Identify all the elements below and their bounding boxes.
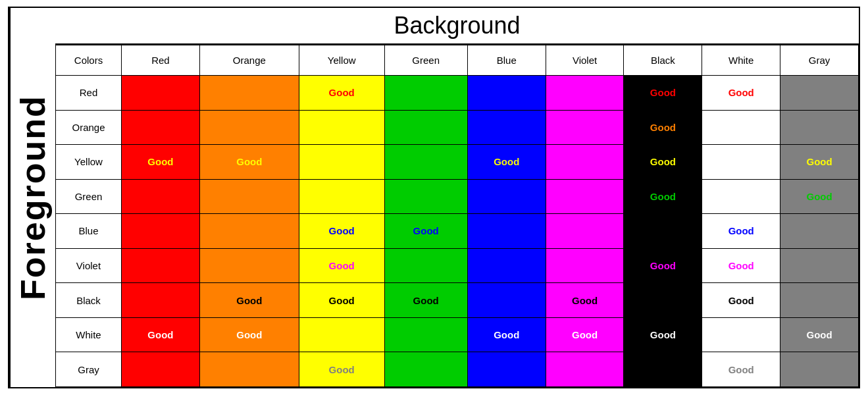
cell-black-blue [467, 283, 546, 318]
cell-yellow-yellow [299, 145, 384, 180]
table-row: BlackGoodGoodGoodGoodGood [56, 283, 859, 318]
row-label: Red [56, 76, 122, 111]
cell-violet-yellow: Good [299, 248, 384, 283]
cell-gray-yellow: Good [299, 352, 384, 387]
cell-blue-gray [780, 214, 859, 249]
cell-orange-violet [546, 110, 624, 145]
cell-violet-violet [546, 248, 624, 283]
cell-white-blue: Good [467, 317, 546, 352]
cell-orange-yellow [299, 110, 384, 145]
cell-gray-green [384, 352, 467, 387]
cell-gray-blue [467, 352, 546, 387]
cell-gray-red [122, 352, 200, 387]
cell-white-white [702, 317, 780, 352]
table-header-row: ColorsRedOrangeYellowGreenBlueVioletBlac… [56, 45, 859, 76]
cell-yellow-green [384, 145, 467, 180]
cell-gray-gray [780, 352, 859, 387]
cell-yellow-blue: Good [467, 145, 546, 180]
contrast-table: ColorsRedOrangeYellowGreenBlueVioletBlac… [55, 45, 859, 387]
column-header-white: White [702, 45, 780, 76]
row-label: Yellow [56, 145, 122, 180]
cell-orange-orange [199, 110, 299, 145]
cell-black-white: Good [702, 283, 780, 318]
cell-black-gray [780, 283, 859, 318]
cell-white-yellow [299, 317, 384, 352]
table-row: WhiteGoodGoodGoodGoodGoodGood [56, 317, 859, 352]
cell-blue-green: Good [384, 214, 467, 249]
row-label: Black [56, 283, 122, 318]
table-row: BlueGoodGoodGood [56, 214, 859, 249]
row-label: White [56, 317, 122, 352]
column-header-colors: Colors [56, 45, 122, 76]
right-section: Background ColorsRedOrangeYellowGreenBlu… [55, 8, 859, 387]
cell-yellow-orange: Good [199, 145, 299, 180]
cell-red-yellow: Good [299, 76, 384, 111]
cell-black-red [122, 283, 200, 318]
cell-red-gray [780, 76, 859, 111]
cell-yellow-gray: Good [780, 145, 859, 180]
table-row: OrangeGood [56, 110, 859, 145]
cell-white-violet: Good [546, 317, 624, 352]
cell-black-black [624, 283, 702, 318]
cell-yellow-white [702, 145, 780, 180]
background-header: Background [55, 8, 859, 45]
cell-black-green: Good [384, 283, 467, 318]
cell-violet-blue [467, 248, 546, 283]
row-label: Violet [56, 248, 122, 283]
cell-blue-violet [546, 214, 624, 249]
cell-red-blue [467, 76, 546, 111]
cell-white-orange: Good [199, 317, 299, 352]
row-label: Green [56, 179, 122, 214]
row-label: Gray [56, 352, 122, 387]
cell-red-green [384, 76, 467, 111]
cell-red-black: Good [624, 76, 702, 111]
cell-green-yellow [299, 179, 384, 214]
cell-blue-yellow: Good [299, 214, 384, 249]
cell-gray-black [624, 352, 702, 387]
cell-gray-orange [199, 352, 299, 387]
cell-red-red [122, 76, 200, 111]
cell-white-green [384, 317, 467, 352]
cell-violet-red [122, 248, 200, 283]
cell-violet-white: Good [702, 248, 780, 283]
cell-orange-green [384, 110, 467, 145]
cell-blue-black [624, 214, 702, 249]
cell-black-yellow: Good [299, 283, 384, 318]
table-row: GrayGoodGood [56, 352, 859, 387]
cell-red-violet [546, 76, 624, 111]
cell-blue-blue [467, 214, 546, 249]
cell-green-green [384, 179, 467, 214]
cell-blue-white: Good [702, 214, 780, 249]
cell-violet-orange [199, 248, 299, 283]
table-row: GreenGoodGood [56, 179, 859, 214]
row-label: Blue [56, 214, 122, 249]
cell-green-blue [467, 179, 546, 214]
table-row: YellowGoodGoodGoodGoodGood [56, 145, 859, 180]
table-row: RedGoodGoodGood [56, 76, 859, 111]
cell-black-orange: Good [199, 283, 299, 318]
cell-green-red [122, 179, 200, 214]
foreground-label: Foreground [9, 8, 55, 387]
cell-green-orange [199, 179, 299, 214]
cell-yellow-red: Good [122, 145, 200, 180]
cell-orange-black: Good [624, 110, 702, 145]
cell-green-black: Good [624, 179, 702, 214]
cell-yellow-violet [546, 145, 624, 180]
cell-red-orange [199, 76, 299, 111]
cell-violet-black: Good [624, 248, 702, 283]
cell-black-violet: Good [546, 283, 624, 318]
column-header-green: Green [384, 45, 467, 76]
cell-red-white: Good [702, 76, 780, 111]
cell-orange-white [702, 110, 780, 145]
cell-violet-gray [780, 248, 859, 283]
cell-gray-violet [546, 352, 624, 387]
column-header-orange: Orange [199, 45, 299, 76]
cell-orange-red [122, 110, 200, 145]
cell-green-gray: Good [780, 179, 859, 214]
column-header-violet: Violet [546, 45, 624, 76]
cell-orange-gray [780, 110, 859, 145]
cell-white-black: Good [624, 317, 702, 352]
cell-yellow-black: Good [624, 145, 702, 180]
cell-white-red: Good [122, 317, 200, 352]
cell-blue-orange [199, 214, 299, 249]
